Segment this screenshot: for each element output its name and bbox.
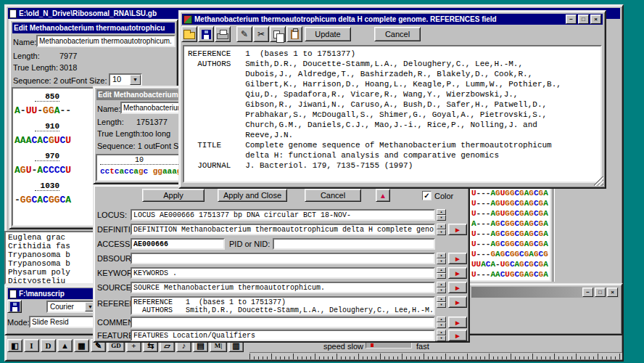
toolbar-button-insert[interactable]: I — [24, 339, 39, 352]
maximize-button[interactable]: □ — [578, 15, 589, 24]
features-spinner[interactable]: ▲ ▼ — [437, 330, 446, 341]
species-list[interactable]: Euglena grac Crithidia fas Trypanosoma b… — [4, 231, 94, 285]
paste-button[interactable] — [286, 26, 302, 42]
alignment-row[interactable]: U---AGUGGCGAGCGA — [471, 198, 548, 208]
titlebar-manuscript[interactable]: F:\manuscrip — [8, 288, 96, 299]
keywords-spinner[interactable]: ▲ ▼ — [437, 267, 446, 279]
apply-and-close-button[interactable]: Apply and Close — [218, 189, 287, 202]
spin-up-icon[interactable]: ▲ — [437, 209, 446, 215]
color-checkbox[interactable]: ✓ — [422, 191, 432, 200]
toolbar-button-caret-up[interactable]: ▲ — [57, 339, 73, 352]
spin-down-icon[interactable]: ▼ — [437, 335, 446, 341]
minimize-button[interactable]: − — [566, 15, 577, 24]
definition-spinner[interactable]: ▲ ▼ — [437, 224, 446, 235]
maximize-button[interactable]: □ — [595, 287, 606, 297]
copy-button[interactable] — [270, 26, 286, 42]
minimize-button[interactable]: − — [582, 287, 593, 297]
edit-button[interactable]: ✎ — [236, 26, 252, 42]
source-expand-button[interactable]: ► — [448, 282, 467, 293]
list-item[interactable]: Euglena grac — [8, 233, 91, 242]
definition-expand-button[interactable]: ► — [448, 224, 467, 235]
dbsource-spinner[interactable]: ▲ ▼ — [437, 253, 446, 264]
save-button[interactable] — [7, 300, 22, 313]
sequence-row[interactable]: AAACACGUCU — [15, 135, 71, 146]
toolbar-button-layout[interactable]: ◧ — [7, 339, 22, 352]
save-button[interactable] — [198, 26, 214, 42]
sequence-row[interactable]: A-UU-GGA-- — [15, 105, 71, 116]
open-button[interactable] — [181, 26, 197, 42]
cancel-button[interactable]: Cancel — [374, 27, 421, 41]
font-size-select[interactable]: 10 ▼ — [109, 73, 142, 86]
toolbar-button-grid[interactable]: ▦ — [74, 339, 89, 352]
list-item[interactable]: Trypanosoma b — [8, 250, 91, 259]
speed-slider[interactable] — [366, 342, 412, 348]
chevron-down-icon[interactable]: ▼ — [130, 75, 141, 85]
name-field[interactable]: Methanobacterium thermoautotrophicum. — [36, 35, 176, 47]
keywords-expand-button[interactable]: ► — [448, 267, 467, 279]
list-item[interactable]: Trypanosoma b — [8, 259, 91, 268]
comment-expand-button[interactable]: ► — [448, 317, 467, 328]
spin-up-icon[interactable]: ▲ — [437, 282, 446, 287]
update-button[interactable]: Update — [305, 27, 351, 41]
spin-down-icon[interactable]: ▼ — [437, 215, 446, 221]
spin-up-icon[interactable]: ▲ — [437, 267, 446, 273]
pid-nid-field[interactable] — [273, 238, 435, 250]
locus-spinner[interactable]: ▲ ▼ — [437, 209, 446, 221]
titlebar-bottom-right[interactable]: − □ × — [471, 287, 619, 298]
references-field[interactable]: REFERENCE 1 (bases 1 to 1751377) AUTHORS… — [131, 296, 435, 315]
references-expand-button[interactable]: ► — [448, 296, 467, 308]
list-item[interactable]: Physarum poly — [8, 268, 91, 277]
spin-up-icon[interactable]: ▲ — [437, 224, 446, 229]
speed-slider-thumb[interactable] — [371, 343, 373, 347]
keywords-field[interactable]: KEYWORDS . — [131, 267, 435, 279]
spin-up-icon[interactable]: ▲ — [437, 317, 446, 322]
features-expand-button[interactable]: ► — [448, 330, 467, 341]
spin-up-icon[interactable]: ▲ — [437, 296, 446, 302]
features-field[interactable]: FEATURES Location/Qualifiers — [131, 330, 435, 341]
list-item[interactable]: Dictyosteliu — [8, 277, 91, 285]
spin-up-icon[interactable]: ▲ — [437, 330, 446, 335]
alignment-row[interactable]: A---AGCGGCGAGCGA — [471, 219, 548, 229]
alignment-row[interactable]: U---AGCGGCGAGCGA — [471, 239, 548, 249]
alignment-row[interactable]: U---AGUGGCGAGCGA — [471, 188, 548, 198]
cancel-button[interactable]: Cancel — [305, 189, 361, 202]
alignment-row[interactable]: U---AGCGGCGAGCGA — [471, 229, 548, 239]
source-field[interactable]: SOURCE Methanobacterium thermoautotrophi… — [131, 282, 435, 293]
font-select[interactable]: Courier ▼ — [46, 301, 97, 313]
titlebar-references[interactable]: Methanobacterium thermoautotrophicum del… — [182, 14, 603, 25]
references-text-area[interactable]: REFERENCE 1 (bases 1 to 1751377) AUTHORS… — [183, 45, 602, 183]
pane-splitter[interactable] — [553, 186, 555, 282]
spin-down-icon[interactable]: ▼ — [437, 258, 446, 264]
locus-field[interactable]: LOCUS AE000666 1751377 bp DNA circular B… — [131, 209, 435, 221]
comment-field[interactable] — [131, 317, 435, 328]
spin-down-icon[interactable]: ▼ — [437, 322, 446, 328]
scroll-up-button[interactable]: ▲ — [376, 189, 390, 202]
mode-field[interactable]: Slide Resid — [29, 316, 97, 328]
sequence-row[interactable]: AGU-ACCCCU — [15, 165, 71, 176]
dbsource-expand-button[interactable]: ► — [448, 253, 467, 264]
alignment-row[interactable]: UUACA-UGCAGCGCGA — [471, 259, 548, 269]
definition-field[interactable]: DEFINITION Methanobacterium thermoautotr… — [131, 224, 435, 235]
alignment-row[interactable]: U---AGUGGCGAGCGA — [471, 208, 548, 219]
spin-down-icon[interactable]: ▼ — [437, 273, 446, 279]
alignment-sequence-panel[interactable]: U---AGUGGCGAGCGA U---AGUGGCGAGCGA U---AG… — [468, 186, 551, 282]
cut-button[interactable]: ✂ — [253, 26, 269, 42]
toolbar-button-delete[interactable]: D — [41, 339, 56, 352]
resize-grip[interactable] — [594, 176, 603, 186]
source-spinner[interactable]: ▲ ▼ — [437, 282, 446, 293]
alignment-row[interactable]: U---AACUGCGAGCGA — [471, 269, 548, 280]
accession-field[interactable]: AE000666 — [131, 238, 225, 250]
list-item[interactable]: Crithidia fas — [8, 242, 91, 250]
comment-spinner[interactable]: ▲ ▼ — [437, 317, 446, 328]
spin-down-icon[interactable]: ▼ — [437, 229, 446, 235]
references-spinner[interactable]: ▲ ▼ — [437, 296, 446, 308]
titlebar-edit-1[interactable]: Edit Methanobacterium thermoautotrophicu — [12, 23, 175, 33]
spin-down-icon[interactable]: ▼ — [437, 287, 446, 293]
print-button[interactable] — [215, 26, 231, 42]
spin-down-icon[interactable]: ▼ — [437, 302, 446, 308]
sequence-row[interactable]: cctcaccagc ggaaag — [100, 166, 181, 176]
apply-button[interactable]: Apply — [142, 189, 205, 202]
spin-up-icon[interactable]: ▲ — [437, 253, 446, 258]
alignment-row[interactable]: U---GAGCGGCGAGCG — [471, 249, 548, 259]
sequence-row[interactable]: -GGCACGGCA — [15, 195, 71, 205]
